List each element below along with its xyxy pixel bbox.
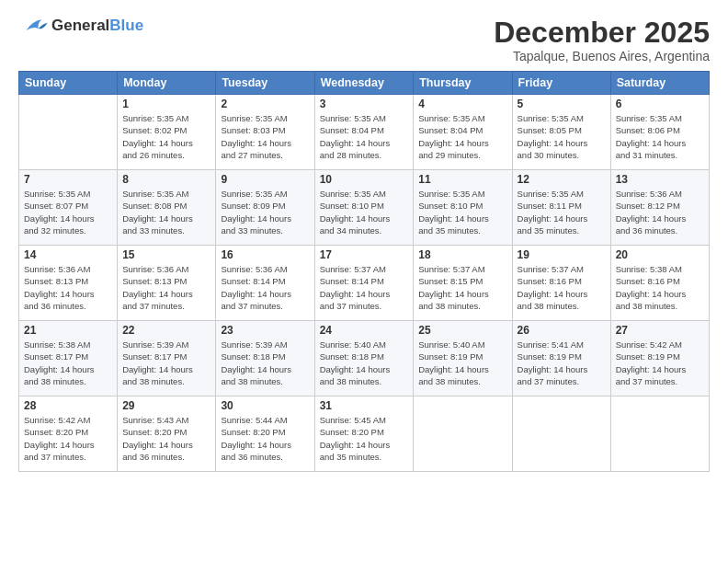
day-cell: 7Sunrise: 5:35 AMSunset: 8:07 PMDaylight… xyxy=(19,170,118,246)
day-cell: 27Sunrise: 5:42 AMSunset: 8:19 PMDayligh… xyxy=(610,321,709,396)
day-info: Sunrise: 5:44 AMSunset: 8:20 PMDaylight:… xyxy=(221,414,309,463)
day-number: 17 xyxy=(320,248,409,261)
day-cell: 2Sunrise: 5:35 AMSunset: 8:03 PMDaylight… xyxy=(216,95,314,170)
day-cell xyxy=(414,396,512,472)
title-section: December 2025 Tapalque, Buenos Aires, Ar… xyxy=(494,17,710,63)
header-wednesday: Wednesday xyxy=(314,72,414,95)
day-info: Sunrise: 5:36 AMSunset: 8:13 PMDaylight:… xyxy=(24,263,112,312)
day-number: 24 xyxy=(320,324,409,337)
header-row: Sunday Monday Tuesday Wednesday Thursday… xyxy=(19,72,710,95)
day-number: 13 xyxy=(616,173,704,186)
week-row-3: 21Sunrise: 5:38 AMSunset: 8:17 PMDayligh… xyxy=(19,321,710,396)
day-info: Sunrise: 5:35 AMSunset: 8:06 PMDaylight:… xyxy=(616,112,704,161)
day-cell: 20Sunrise: 5:38 AMSunset: 8:16 PMDayligh… xyxy=(610,246,709,321)
day-info: Sunrise: 5:35 AMSunset: 8:08 PMDaylight:… xyxy=(122,188,210,236)
day-number: 3 xyxy=(320,98,409,110)
month-title: December 2025 xyxy=(494,17,710,49)
day-info: Sunrise: 5:41 AMSunset: 8:19 PMDaylight:… xyxy=(518,339,606,387)
day-info: Sunrise: 5:35 AMSunset: 8:10 PMDaylight:… xyxy=(418,188,506,236)
day-info: Sunrise: 5:35 AMSunset: 8:04 PMDaylight:… xyxy=(320,112,409,161)
day-cell: 25Sunrise: 5:40 AMSunset: 8:19 PMDayligh… xyxy=(414,321,512,396)
day-info: Sunrise: 5:42 AMSunset: 8:19 PMDaylight:… xyxy=(616,339,704,387)
day-info: Sunrise: 5:42 AMSunset: 8:20 PMDaylight:… xyxy=(24,414,112,463)
day-cell: 24Sunrise: 5:40 AMSunset: 8:18 PMDayligh… xyxy=(314,321,414,396)
day-info: Sunrise: 5:35 AMSunset: 8:09 PMDaylight:… xyxy=(221,188,309,236)
day-number: 11 xyxy=(418,173,506,186)
day-cell: 1Sunrise: 5:35 AMSunset: 8:02 PMDaylight… xyxy=(118,95,216,170)
day-info: Sunrise: 5:37 AMSunset: 8:16 PMDaylight:… xyxy=(518,263,606,312)
day-info: Sunrise: 5:36 AMSunset: 8:13 PMDaylight:… xyxy=(122,263,210,312)
day-number: 19 xyxy=(518,248,606,261)
day-cell: 10Sunrise: 5:35 AMSunset: 8:10 PMDayligh… xyxy=(314,170,414,246)
day-info: Sunrise: 5:45 AMSunset: 8:20 PMDaylight:… xyxy=(320,414,409,463)
day-number: 23 xyxy=(221,324,309,337)
day-cell: 15Sunrise: 5:36 AMSunset: 8:13 PMDayligh… xyxy=(118,246,216,321)
day-cell: 13Sunrise: 5:36 AMSunset: 8:12 PMDayligh… xyxy=(610,170,709,246)
day-number: 20 xyxy=(616,248,704,261)
day-info: Sunrise: 5:37 AMSunset: 8:15 PMDaylight:… xyxy=(418,263,506,312)
header-thursday: Thursday xyxy=(414,72,512,95)
day-cell: 23Sunrise: 5:39 AMSunset: 8:18 PMDayligh… xyxy=(216,321,314,396)
day-number: 8 xyxy=(122,173,210,186)
day-cell xyxy=(19,95,118,170)
day-cell: 18Sunrise: 5:37 AMSunset: 8:15 PMDayligh… xyxy=(414,246,512,321)
logo-icon xyxy=(18,17,48,35)
week-row-4: 28Sunrise: 5:42 AMSunset: 8:20 PMDayligh… xyxy=(19,396,710,472)
day-number: 5 xyxy=(518,98,606,110)
day-number: 16 xyxy=(221,248,309,261)
day-info: Sunrise: 5:40 AMSunset: 8:19 PMDaylight:… xyxy=(418,339,506,387)
week-row-2: 14Sunrise: 5:36 AMSunset: 8:13 PMDayligh… xyxy=(19,246,710,321)
day-number: 9 xyxy=(221,173,309,186)
day-cell: 19Sunrise: 5:37 AMSunset: 8:16 PMDayligh… xyxy=(512,246,610,321)
day-info: Sunrise: 5:38 AMSunset: 8:17 PMDaylight:… xyxy=(24,339,112,387)
day-cell: 5Sunrise: 5:35 AMSunset: 8:05 PMDaylight… xyxy=(512,95,610,170)
day-number: 28 xyxy=(24,399,112,412)
day-number: 30 xyxy=(221,399,309,412)
day-info: Sunrise: 5:37 AMSunset: 8:14 PMDaylight:… xyxy=(320,263,409,312)
day-cell: 29Sunrise: 5:43 AMSunset: 8:20 PMDayligh… xyxy=(118,396,216,472)
header-sunday: Sunday xyxy=(19,72,118,95)
day-number: 14 xyxy=(24,248,112,261)
header-monday: Monday xyxy=(118,72,216,95)
calendar-table: Sunday Monday Tuesday Wednesday Thursday… xyxy=(18,71,710,472)
day-cell: 11Sunrise: 5:35 AMSunset: 8:10 PMDayligh… xyxy=(414,170,512,246)
subtitle: Tapalque, Buenos Aires, Argentina xyxy=(494,49,710,63)
day-info: Sunrise: 5:35 AMSunset: 8:11 PMDaylight:… xyxy=(518,188,606,236)
logo-text: GeneralBlue xyxy=(51,17,143,35)
day-cell: 30Sunrise: 5:44 AMSunset: 8:20 PMDayligh… xyxy=(216,396,314,472)
day-info: Sunrise: 5:35 AMSunset: 8:04 PMDaylight:… xyxy=(418,112,506,161)
day-info: Sunrise: 5:35 AMSunset: 8:02 PMDaylight:… xyxy=(122,112,210,161)
logo-general: General xyxy=(51,17,109,34)
day-cell: 12Sunrise: 5:35 AMSunset: 8:11 PMDayligh… xyxy=(512,170,610,246)
day-number: 22 xyxy=(122,324,210,337)
day-cell: 3Sunrise: 5:35 AMSunset: 8:04 PMDaylight… xyxy=(314,95,414,170)
logo: GeneralBlue xyxy=(18,17,143,35)
day-number: 27 xyxy=(616,324,704,337)
header-saturday: Saturday xyxy=(610,72,709,95)
day-cell xyxy=(512,396,610,472)
day-info: Sunrise: 5:35 AMSunset: 8:07 PMDaylight:… xyxy=(24,188,112,236)
day-number: 6 xyxy=(616,98,704,110)
day-cell: 9Sunrise: 5:35 AMSunset: 8:09 PMDaylight… xyxy=(216,170,314,246)
day-cell: 17Sunrise: 5:37 AMSunset: 8:14 PMDayligh… xyxy=(314,246,414,321)
day-cell: 28Sunrise: 5:42 AMSunset: 8:20 PMDayligh… xyxy=(19,396,118,472)
day-number: 29 xyxy=(122,399,210,412)
day-cell: 14Sunrise: 5:36 AMSunset: 8:13 PMDayligh… xyxy=(19,246,118,321)
header-friday: Friday xyxy=(512,72,610,95)
day-number: 2 xyxy=(221,98,309,110)
day-cell: 22Sunrise: 5:39 AMSunset: 8:17 PMDayligh… xyxy=(118,321,216,396)
day-info: Sunrise: 5:35 AMSunset: 8:05 PMDaylight:… xyxy=(518,112,606,161)
logo-blue: Blue xyxy=(109,17,143,34)
day-info: Sunrise: 5:40 AMSunset: 8:18 PMDaylight:… xyxy=(320,339,409,387)
day-info: Sunrise: 5:36 AMSunset: 8:14 PMDaylight:… xyxy=(221,263,309,312)
day-cell: 26Sunrise: 5:41 AMSunset: 8:19 PMDayligh… xyxy=(512,321,610,396)
header-tuesday: Tuesday xyxy=(216,72,314,95)
day-number: 31 xyxy=(320,399,409,412)
day-cell: 21Sunrise: 5:38 AMSunset: 8:17 PMDayligh… xyxy=(19,321,118,396)
day-info: Sunrise: 5:39 AMSunset: 8:17 PMDaylight:… xyxy=(122,339,210,387)
day-info: Sunrise: 5:35 AMSunset: 8:10 PMDaylight:… xyxy=(320,188,409,236)
day-info: Sunrise: 5:36 AMSunset: 8:12 PMDaylight:… xyxy=(616,188,704,236)
week-row-0: 1Sunrise: 5:35 AMSunset: 8:02 PMDaylight… xyxy=(19,95,710,170)
day-number: 25 xyxy=(418,324,506,337)
day-number: 4 xyxy=(418,98,506,110)
